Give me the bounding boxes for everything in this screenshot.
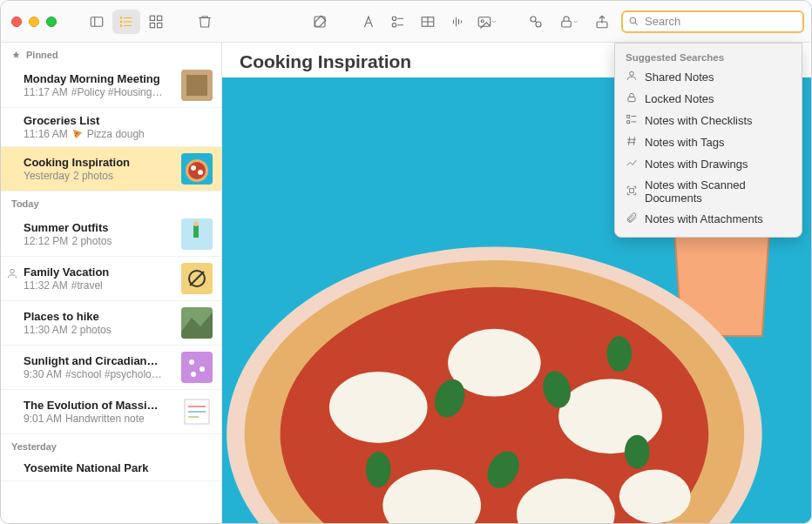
delete-note-button[interactable] xyxy=(191,10,219,34)
attach-icon xyxy=(626,212,638,226)
svg-rect-86 xyxy=(627,121,630,124)
note-meta-label: 11:16 AMPizza dough xyxy=(24,128,213,140)
svg-point-14 xyxy=(392,17,396,21)
section-today-header: Today xyxy=(1,191,221,212)
shared-icon xyxy=(6,267,18,279)
svg-point-37 xyxy=(74,135,76,137)
note-meta-label: 11:32 AM#travel xyxy=(24,279,174,292)
note-thumbnail xyxy=(181,70,213,101)
notes-sidebar: Pinned Monday Morning Meeting11:17 AM#Po… xyxy=(1,43,222,523)
search-icon xyxy=(628,16,639,27)
svg-line-88 xyxy=(629,137,630,144)
suggested-search-item[interactable]: Shared Notes xyxy=(615,66,802,88)
svg-point-28 xyxy=(536,22,541,27)
note-row[interactable]: Family Vacation11:32 AM#travel xyxy=(1,257,221,301)
svg-point-78 xyxy=(606,336,632,372)
note-thumbnail xyxy=(181,153,213,185)
suggested-search-item[interactable]: Notes with Checklists xyxy=(615,110,802,131)
svg-rect-8 xyxy=(150,16,154,20)
gallery-view-button[interactable] xyxy=(142,10,170,34)
suggested-search-item[interactable]: Notes with Drawings xyxy=(615,153,802,175)
svg-rect-11 xyxy=(158,23,162,27)
note-row[interactable]: Monday Morning Meeting11:17 AM#Policy #H… xyxy=(1,64,221,108)
note-thumbnail xyxy=(181,396,213,427)
checklist-button[interactable] xyxy=(384,10,412,34)
people-icon xyxy=(626,70,638,84)
lock-button[interactable] xyxy=(555,10,583,34)
svg-point-40 xyxy=(188,162,206,179)
note-row[interactable]: Sunlight and Circadian…9:30 AM#school #p… xyxy=(1,346,221,390)
svg-point-55 xyxy=(191,372,196,377)
suggested-search-item[interactable]: Notes with Attachments xyxy=(615,208,802,230)
toggle-sidebar-button[interactable] xyxy=(83,10,111,34)
note-title-label: Cooking Inspiration xyxy=(24,156,174,169)
note-title-label: Family Vacation xyxy=(24,265,174,279)
note-row[interactable]: Yosemite National Park xyxy=(1,455,221,481)
svg-rect-9 xyxy=(158,16,162,20)
close-window-button[interactable] xyxy=(11,17,22,27)
note-row[interactable]: Summer Outfits12:12 PM2 photos xyxy=(1,212,221,257)
note-meta-label: 12:12 PM2 photos xyxy=(24,235,174,247)
list-view-button[interactable] xyxy=(112,10,140,34)
suggested-search-item[interactable]: Notes with Tags xyxy=(615,131,802,153)
note-meta-label: 11:30 AM2 photos xyxy=(24,324,174,336)
suggested-search-label: Notes with Checklists xyxy=(645,114,753,127)
svg-point-54 xyxy=(200,366,205,372)
pin-icon xyxy=(11,50,21,60)
note-title-label: Summer Outfits xyxy=(24,221,174,234)
note-thumbnail xyxy=(181,352,213,383)
svg-rect-35 xyxy=(186,75,207,96)
note-thumbnail xyxy=(181,307,213,339)
suggested-search-label: Notes with Scanned Documents xyxy=(645,178,791,205)
note-row[interactable]: The Evolution of Massi…9:01 AMHandwritte… xyxy=(1,390,221,434)
minimize-window-button[interactable] xyxy=(29,17,39,27)
section-yesterday-header: Yesterday xyxy=(1,434,221,455)
svg-rect-83 xyxy=(628,97,635,101)
table-button[interactable] xyxy=(414,10,442,34)
svg-point-36 xyxy=(76,132,78,134)
svg-point-45 xyxy=(193,221,199,226)
note-row[interactable]: Cooking InspirationYesterday2 photos xyxy=(1,147,221,191)
lock-icon xyxy=(626,91,638,106)
note-meta-label: 9:30 AM#school #psycholo… xyxy=(24,368,174,380)
drawing-icon xyxy=(626,157,638,171)
note-thumbnail xyxy=(181,218,213,250)
search-placeholder: Search xyxy=(645,15,680,28)
note-meta-label: Yesterday2 photos xyxy=(24,170,174,182)
note-thumbnail xyxy=(181,263,213,294)
svg-point-82 xyxy=(630,71,634,76)
suggested-searches-popover: Suggested Searches Shared NotesLocked No… xyxy=(614,43,802,238)
svg-point-41 xyxy=(191,165,196,171)
suggested-searches-header: Suggested Searches xyxy=(615,49,802,66)
svg-line-29 xyxy=(535,21,537,23)
tag-icon xyxy=(626,135,638,150)
note-meta-label: 9:01 AMHandwritten note xyxy=(24,413,174,425)
checklist-icon xyxy=(626,113,638,128)
svg-point-81 xyxy=(625,435,650,469)
note-title-label: Groceries List xyxy=(24,114,213,127)
note-row[interactable]: Places to hike11:30 AM2 photos xyxy=(1,301,221,346)
svg-rect-10 xyxy=(150,23,154,27)
zoom-window-button[interactable] xyxy=(46,17,57,27)
suggested-search-item[interactable]: Notes with Scanned Documents xyxy=(615,175,802,208)
format-text-button[interactable] xyxy=(355,10,382,34)
note-row[interactable]: Groceries List11:16 AMPizza dough xyxy=(1,108,221,147)
app-window: Search Pinned Monday Morning Meeting11:1… xyxy=(0,0,812,524)
format-toolbar xyxy=(355,10,501,34)
svg-rect-44 xyxy=(193,225,199,238)
suggested-search-label: Notes with Tags xyxy=(645,136,725,149)
media-button[interactable] xyxy=(473,10,501,34)
svg-point-80 xyxy=(366,452,391,487)
svg-line-33 xyxy=(635,23,638,25)
svg-point-70 xyxy=(329,372,428,443)
audio-button[interactable] xyxy=(443,10,471,34)
note-title-label: Sunlight and Circadian… xyxy=(24,354,174,367)
svg-point-5 xyxy=(120,17,122,18)
new-note-button[interactable] xyxy=(306,10,334,34)
suggested-search-item[interactable]: Locked Notes xyxy=(615,88,802,110)
link-button[interactable] xyxy=(522,10,550,34)
note-title-label: Places to hike xyxy=(24,310,174,323)
search-input[interactable]: Search xyxy=(621,10,804,33)
note-title-label: Monday Morning Meeting xyxy=(24,72,174,85)
share-button[interactable] xyxy=(588,10,616,34)
